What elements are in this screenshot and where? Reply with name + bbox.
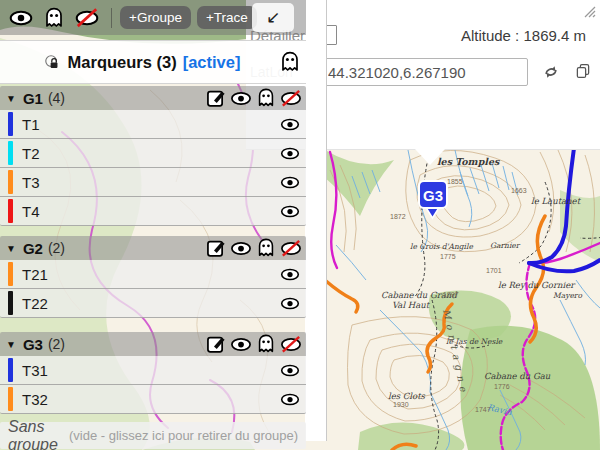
track-color-bar [8, 112, 13, 136]
group-header-g3[interactable]: ▼ G3 (2) [0, 332, 306, 356]
track-visibility-eye-icon[interactable] [279, 264, 301, 285]
track-row[interactable]: T1 [0, 110, 306, 139]
collapse-panel-button[interactable]: ↙ [252, 3, 294, 32]
refresh-icon [541, 62, 561, 82]
track-visibility-eye-icon[interactable] [279, 201, 301, 222]
track-row[interactable]: T32 [0, 385, 306, 414]
track-color-bar [8, 387, 13, 411]
coords-input[interactable] [314, 58, 528, 86]
ghost-all-icon[interactable] [42, 6, 66, 30]
track-visibility-eye-icon[interactable] [279, 293, 301, 314]
elevation-label: 1797 [443, 291, 459, 298]
add-trace-button[interactable]: +Trace [197, 6, 257, 29]
panel-scrollbar-gutter[interactable] [305, 0, 327, 441]
track-row[interactable]: T3 [0, 168, 306, 197]
show-group-eye-icon[interactable] [229, 87, 253, 110]
lock-icon [44, 54, 61, 71]
track-row[interactable]: T2 [0, 139, 306, 168]
track-row[interactable]: T31 [0, 356, 306, 385]
track-color-bar [8, 262, 13, 286]
collapse-caret-icon[interactable]: ▼ [6, 339, 16, 350]
hide-all-eye-slash-icon[interactable] [73, 5, 101, 31]
track-row[interactable]: T22 [0, 289, 306, 318]
marker-label: G3 [423, 187, 443, 204]
elevation-label: 1930 [393, 401, 409, 408]
track-visibility-eye-icon[interactable] [279, 389, 301, 410]
edit-group-icon[interactable] [205, 87, 227, 109]
track-visibility-eye-icon[interactable] [279, 360, 301, 381]
no-group-title: Sans groupe [8, 418, 63, 450]
elevation-label: 1776 [494, 383, 510, 390]
map-label: le Crois d'Angile [410, 242, 473, 251]
no-group-dropzone[interactable]: Sans groupe (vide - glissez ici pour ret… [0, 422, 306, 449]
markers-header-row[interactable]: Marqueurs (3) [active] [0, 40, 306, 84]
track-label: T32 [22, 391, 48, 408]
markers-active-badge: [active] [183, 53, 241, 72]
show-group-eye-icon[interactable] [229, 237, 253, 260]
group-name: G3 [23, 336, 43, 353]
map-label: les Clots [388, 391, 426, 401]
elevation-label: 1775 [440, 253, 456, 260]
altitude-value: Altitude : 1869.4 m [461, 27, 586, 44]
track-label: T2 [22, 145, 40, 162]
edit-group-icon[interactable] [205, 333, 227, 355]
resize-grip[interactable] [582, 4, 596, 18]
map-label: le Lautanet [531, 196, 582, 206]
track-label: T31 [22, 362, 48, 379]
track-row[interactable]: T4 [0, 197, 306, 226]
track-color-bar [8, 358, 13, 382]
hide-group-eye-slash-icon[interactable] [279, 237, 303, 260]
collapse-caret-icon[interactable]: ▼ [6, 93, 16, 104]
group-section-g3: ▼ G3 (2) T31 T32 [0, 332, 306, 414]
elevation-label: 1701 [486, 267, 502, 274]
map-label: Garnier [490, 241, 521, 250]
copy-icon [574, 62, 592, 80]
group-count: (4) [48, 90, 65, 106]
track-label: T22 [22, 295, 48, 312]
ghost-group-icon[interactable] [255, 87, 277, 109]
markers-title: Marqueurs (3) [68, 53, 177, 72]
collapse-arrow-icon: ↙ [266, 7, 280, 28]
track-color-bar [8, 291, 13, 315]
refresh-coords-button[interactable] [541, 62, 561, 82]
track-visibility-eye-icon[interactable] [279, 172, 301, 193]
group-count: (2) [48, 240, 65, 256]
group-header-g1[interactable]: ▼ G1 (4) [0, 86, 306, 110]
track-label: T3 [22, 174, 40, 191]
track-label: T1 [22, 116, 40, 133]
show-group-eye-icon[interactable] [229, 333, 253, 356]
elevation-label: 1747 [475, 406, 491, 413]
add-group-button[interactable]: +Groupe [120, 6, 191, 29]
map-label: Mayero [553, 291, 582, 300]
track-color-bar [8, 199, 13, 223]
group-name: G2 [23, 240, 43, 257]
group-section-g1: ▼ G1 (4) T1 T2 [0, 86, 306, 226]
elevation-label: 1855 [447, 178, 463, 185]
edit-group-icon[interactable] [205, 237, 227, 259]
collapse-caret-icon[interactable]: ▼ [6, 243, 16, 254]
map-label: Cabane du Gau [484, 371, 551, 381]
elevation-label: 1663 [511, 187, 527, 194]
map-label: Val Haut [392, 300, 431, 310]
ghost-markers-icon[interactable] [278, 50, 302, 74]
group-name: G1 [23, 90, 43, 107]
copy-coords-button[interactable] [574, 62, 592, 82]
group-section-g2: ▼ G2 (2) T21 T22 [0, 236, 306, 318]
elevation-label: 1872 [390, 213, 406, 220]
track-label: T21 [22, 266, 48, 283]
track-color-bar [8, 141, 13, 165]
hide-group-eye-slash-icon[interactable] [279, 87, 303, 110]
track-label: T4 [22, 203, 40, 220]
map-label: les Tomples [437, 156, 500, 167]
ghost-group-icon[interactable] [255, 333, 277, 355]
hide-group-eye-slash-icon[interactable] [279, 333, 303, 356]
track-visibility-eye-icon[interactable] [279, 114, 301, 135]
show-all-eye-icon[interactable] [7, 5, 35, 31]
track-visibility-eye-icon[interactable] [279, 143, 301, 164]
map-label: le Rey du Gornier [498, 280, 576, 290]
track-row[interactable]: T21 [0, 260, 306, 289]
no-group-hint: (vide - glissez ici pour retirer du grou… [69, 428, 298, 443]
track-color-bar [8, 170, 13, 194]
group-header-g2[interactable]: ▼ G2 (2) [0, 236, 306, 260]
ghost-group-icon[interactable] [255, 237, 277, 259]
